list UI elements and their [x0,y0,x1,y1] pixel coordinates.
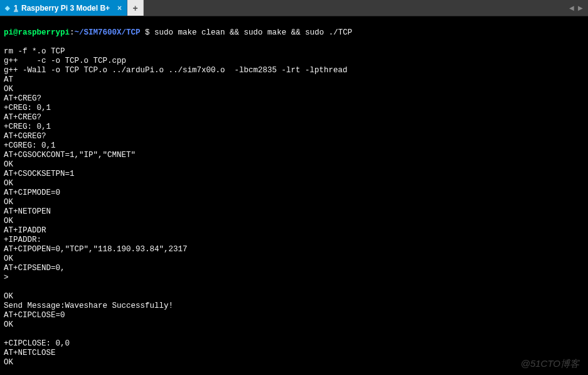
terminal-line: Send Message:Waveshare Successfully! [4,302,584,311]
terminal-line: +IPADDR: [4,236,584,245]
terminal-line: AT+CREG? [4,94,584,104]
terminal-line [4,283,584,292]
terminal[interactable]: pi@raspberrypi:~/SIM7600X/TCP $ sudo mak… [0,16,588,375]
terminal-line: OK [4,217,584,226]
terminal-line: AT+CSOCKSETPN=1 [4,170,584,179]
terminal-line: AT+CGREG? [4,132,584,141]
close-icon[interactable]: × [117,4,122,13]
terminal-line: AT+CIPCLOSE=0 [4,311,584,320]
terminal-line: rm -f *.o TCP [4,47,584,57]
nav-left-icon[interactable]: ◀ [568,4,575,11]
terminal-line: OK [4,160,584,170]
tab-bar: ◆ 1 Raspberry Pi 3 Model B+ × + ◀ ▶ [0,0,588,16]
tab-bar-spacer [144,0,564,16]
terminal-line: AT+NETCLOSE [4,349,584,358]
terminal-line: AT [4,75,584,85]
terminal-line: OK [4,320,584,330]
terminal-line: +CREG: 0,1 [4,122,584,132]
terminal-line: AT+CIPOPEN=0,"TCP","118.190.93.84",2317 [4,245,584,254]
terminal-line: AT+IPADDR [4,226,584,236]
terminal-line: OK [4,254,584,264]
prompt-path: ~/SIM7600X/TCP [75,28,141,37]
prompt-colon: : [70,28,75,37]
prompt-line: pi@raspberrypi:~/SIM7600X/TCP $ sudo mak… [4,28,584,38]
terminal-line: AT+CIPMODE=0 [4,188,584,198]
terminal-line: +CIPCLOSE: 0,0 [4,339,584,349]
tab-indicator-icon: ◆ [5,4,10,11]
terminal-line: OK [4,179,584,188]
terminal-line: AT+CIPSEND=0, [4,264,584,273]
terminal-line: > [4,273,584,283]
prompt-user-host: pi@raspberrypi [4,28,70,37]
terminal-line: AT+CREG? [4,113,584,122]
tab-nav: ◀ ▶ [564,0,588,16]
prompt-dollar: $ [141,28,155,37]
terminal-line: +CREG: 0,1 [4,104,584,113]
terminal-line: g++ -Wall -o TCP TCP.o ../arduPi.o ../si… [4,66,584,75]
terminal-line: OK [4,85,584,94]
nav-right-icon[interactable]: ▶ [577,4,584,11]
prompt-command: sudo make clean && sudo make && sudo ./T… [154,28,352,37]
tab-active[interactable]: ◆ 1 Raspberry Pi 3 Model B+ × [0,0,127,16]
terminal-line: AT+CGSOCKCONT=1,"IP","CMNET" [4,151,584,160]
terminal-line: +CGREG: 0,1 [4,141,584,151]
terminal-line: OK [4,198,584,207]
terminal-output: rm -f *.o TCPg++ -c -o TCP.o TCP.cppg++ … [4,47,584,367]
add-tab-button[interactable]: + [127,0,144,16]
terminal-line [4,330,584,339]
terminal-line: OK [4,292,584,302]
tab-title: 1 Raspberry Pi 3 Model B+ [14,4,110,13]
terminal-line: g++ -c -o TCP.o TCP.cpp [4,57,584,66]
terminal-line: AT+NETOPEN [4,207,584,217]
terminal-line: OK [4,358,584,367]
